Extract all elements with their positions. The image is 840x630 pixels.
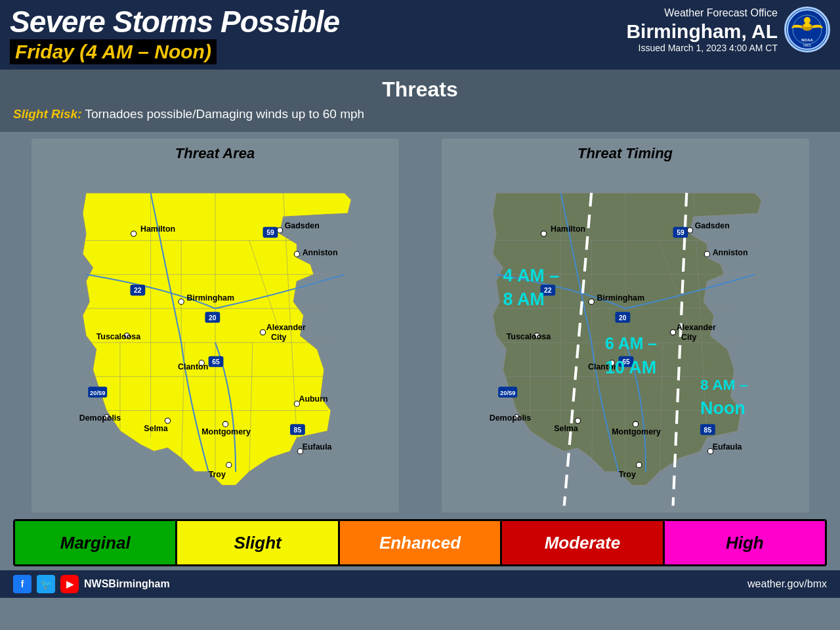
legend-moderate-label: Moderate bbox=[545, 533, 621, 553]
svg-text:NWS: NWS bbox=[803, 43, 811, 47]
legend-high: High bbox=[665, 521, 825, 564]
svg-text:NOAA: NOAA bbox=[801, 38, 813, 42]
svg-text:22: 22 bbox=[134, 287, 142, 294]
svg-point-113 bbox=[636, 462, 641, 467]
threat-area-title: Threat Area bbox=[175, 145, 255, 162]
svg-text:85: 85 bbox=[704, 427, 711, 434]
risk-description: Tornadoes possible/Damaging winds up to … bbox=[85, 107, 364, 121]
header: Severe Storms Possible Friday (4 AM – No… bbox=[0, 0, 840, 70]
bottom-section: Marginal Slight Enhanced Moderate High bbox=[0, 519, 840, 570]
threat-area-svg: 22 59 20 65 20/59 85 Hamilton Gadsden A bbox=[32, 138, 399, 513]
legend-marginal-label: Marginal bbox=[60, 533, 131, 553]
threat-timing-title: Threat Timing bbox=[578, 145, 673, 162]
svg-point-94 bbox=[704, 251, 709, 257]
svg-text:Demopolis: Demopolis bbox=[489, 413, 531, 423]
svg-text:Montgomery: Montgomery bbox=[612, 427, 661, 436]
threats-section: Threats Slight Risk: Tornadoes possible/… bbox=[0, 70, 840, 132]
svg-text:Hamilton: Hamilton bbox=[551, 224, 585, 234]
svg-text:22: 22 bbox=[544, 287, 552, 294]
legend-moderate: Moderate bbox=[502, 521, 664, 564]
threats-subtitle: Slight Risk: Tornadoes possible/Damaging… bbox=[13, 107, 827, 121]
legend-marginal: Marginal bbox=[15, 521, 177, 564]
svg-point-107 bbox=[575, 418, 580, 423]
office-name: Birmingham, AL bbox=[626, 20, 778, 42]
svg-text:Troy: Troy bbox=[208, 470, 225, 479]
threat-area-map: Threat Area bbox=[32, 138, 399, 513]
legend-enhanced: Enhanced bbox=[340, 521, 502, 564]
svg-point-40 bbox=[178, 299, 184, 304]
svg-text:20/59: 20/59 bbox=[500, 390, 515, 396]
legend-high-label: High bbox=[726, 533, 764, 553]
legend-slight-label: Slight bbox=[234, 533, 282, 553]
svg-text:Eufaula: Eufaula bbox=[302, 442, 331, 452]
svg-text:City: City bbox=[681, 333, 696, 342]
footer-website: weather.gov/bmx bbox=[747, 578, 827, 590]
footer: f 🐦 ▶ NWSBirmingham weather.gov/bmx bbox=[0, 570, 840, 598]
svg-text:10 AM: 10 AM bbox=[604, 358, 656, 377]
svg-text:Selma: Selma bbox=[144, 424, 168, 433]
svg-point-90 bbox=[541, 231, 546, 236]
svg-text:85: 85 bbox=[293, 427, 301, 434]
social-handle: NWSBirmingham bbox=[84, 578, 170, 590]
svg-text:Demopolis: Demopolis bbox=[79, 413, 121, 423]
legend-enhanced-label: Enhanced bbox=[379, 533, 461, 553]
svg-point-36 bbox=[277, 228, 282, 233]
risk-label: Slight Risk: bbox=[13, 107, 82, 121]
maps-section: Threat Area bbox=[0, 132, 840, 519]
svg-text:Birmingham: Birmingham bbox=[597, 293, 644, 303]
svg-point-4 bbox=[804, 17, 810, 24]
svg-text:59: 59 bbox=[266, 229, 274, 236]
svg-text:4 AM –: 4 AM – bbox=[503, 266, 559, 285]
header-date: Friday (4 AM – Noon) bbox=[15, 41, 211, 62]
svg-text:6 AM –: 6 AM – bbox=[604, 334, 656, 352]
svg-text:Hamilton: Hamilton bbox=[140, 224, 175, 234]
svg-text:Auburn: Auburn bbox=[299, 394, 327, 404]
svg-point-96 bbox=[589, 299, 594, 304]
svg-text:20: 20 bbox=[619, 314, 627, 322]
threat-timing-svg: 22 59 20 65 20/59 85 Hamilton Gadsden A bbox=[442, 138, 809, 513]
page-title: Severe Storms Possible bbox=[10, 7, 339, 37]
svg-text:59: 59 bbox=[677, 229, 684, 236]
svg-point-109 bbox=[633, 421, 638, 427]
svg-text:Alexander: Alexander bbox=[676, 323, 715, 332]
svg-point-38 bbox=[294, 251, 299, 257]
youtube-icon[interactable]: ▶ bbox=[60, 575, 79, 593]
nws-logo: NOAA NWS bbox=[784, 7, 830, 52]
issued-text: Issued March 1, 2023 4:00 AM CT bbox=[626, 42, 778, 55]
svg-text:Montgomery: Montgomery bbox=[201, 427, 251, 436]
svg-text:City: City bbox=[270, 333, 286, 342]
header-left: Severe Storms Possible Friday (4 AM – No… bbox=[10, 7, 339, 64]
svg-text:Gadsden: Gadsden bbox=[284, 221, 319, 230]
svg-point-51 bbox=[165, 418, 170, 423]
svg-point-57 bbox=[226, 462, 231, 467]
svg-text:65: 65 bbox=[212, 358, 220, 366]
social-links: f 🐦 ▶ NWSBirmingham bbox=[13, 575, 170, 593]
svg-text:Tuscaloosa: Tuscaloosa bbox=[96, 332, 140, 341]
svg-point-44 bbox=[260, 329, 265, 335]
svg-text:20: 20 bbox=[209, 314, 217, 322]
svg-text:20/59: 20/59 bbox=[90, 390, 105, 396]
svg-text:Tuscaloosa: Tuscaloosa bbox=[506, 332, 551, 341]
header-subtitle-bar: Friday (4 AM – Noon) bbox=[10, 39, 217, 64]
svg-text:Gadsden: Gadsden bbox=[694, 221, 729, 230]
svg-text:8 AM: 8 AM bbox=[503, 289, 544, 309]
svg-text:Clanton: Clanton bbox=[178, 362, 208, 371]
legend-slight: Slight bbox=[177, 521, 339, 564]
threats-title: Threats bbox=[13, 77, 827, 102]
header-right: Weather Forecast Office Birmingham, AL I… bbox=[626, 7, 830, 54]
facebook-icon[interactable]: f bbox=[13, 575, 32, 593]
svg-text:Selma: Selma bbox=[554, 424, 578, 433]
office-info: Weather Forecast Office Birmingham, AL I… bbox=[626, 7, 778, 54]
twitter-icon[interactable]: 🐦 bbox=[37, 575, 55, 593]
svg-point-92 bbox=[687, 228, 692, 233]
svg-point-53 bbox=[222, 421, 228, 427]
svg-text:Anniston: Anniston bbox=[712, 248, 747, 257]
legend-bar: Marginal Slight Enhanced Moderate High bbox=[13, 519, 827, 566]
threat-timing-map: Threat Timing bbox=[442, 138, 809, 513]
svg-text:Troy: Troy bbox=[618, 470, 635, 479]
svg-point-34 bbox=[131, 231, 136, 236]
svg-text:Anniston: Anniston bbox=[302, 248, 337, 257]
svg-text:Alexander: Alexander bbox=[266, 323, 305, 332]
nws-label: Weather Forecast Office bbox=[626, 7, 778, 20]
svg-text:8 AM –: 8 AM – bbox=[700, 376, 748, 393]
